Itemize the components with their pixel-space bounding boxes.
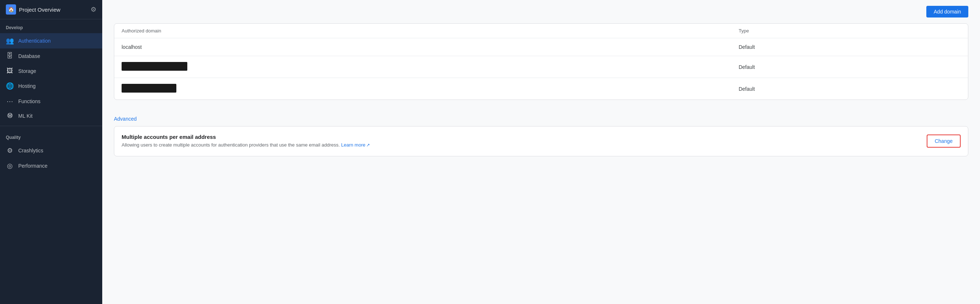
sidebar-divider bbox=[0, 126, 102, 126]
sidebar-item-label: Crashlytics bbox=[18, 147, 43, 154]
authentication-icon: 👥 bbox=[6, 37, 14, 45]
table-row: Default bbox=[114, 56, 968, 78]
change-button[interactable]: Change bbox=[927, 135, 961, 147]
advanced-card: Multiple accounts per email address Allo… bbox=[114, 126, 968, 157]
sidebar-item-label: Authentication bbox=[18, 38, 51, 44]
main-content: Add domain Authorized domain Type localh… bbox=[102, 0, 980, 304]
top-bar: Add domain bbox=[102, 0, 980, 23]
table-row: Default bbox=[114, 78, 968, 100]
gear-icon[interactable]: ⚙ bbox=[91, 5, 96, 13]
domain-value-redacted bbox=[114, 56, 731, 78]
column-header-type: Type bbox=[731, 24, 968, 38]
domain-value: localhost bbox=[114, 38, 731, 56]
sidebar-header: 🏠 Project Overview ⚙ bbox=[0, 0, 102, 19]
learn-more-label: Learn more bbox=[341, 141, 365, 149]
sidebar-item-hosting[interactable]: 🌐 Hosting bbox=[0, 78, 102, 94]
performance-icon: ◎ bbox=[6, 162, 14, 170]
type-value: Default bbox=[731, 56, 968, 78]
type-value: Default bbox=[731, 38, 968, 56]
crashlytics-icon: ⚙ bbox=[6, 147, 14, 155]
functions-icon: ⋯ bbox=[6, 97, 14, 105]
project-overview-title: Project Overview bbox=[19, 6, 88, 13]
develop-section-label: Develop bbox=[0, 19, 102, 33]
add-domain-button[interactable]: Add domain bbox=[926, 6, 968, 17]
mlkit-icon: Ⓜ bbox=[6, 112, 14, 119]
table-row: localhost Default bbox=[114, 38, 968, 56]
advanced-card-content: Multiple accounts per email address Allo… bbox=[122, 134, 920, 149]
advanced-card-title: Multiple accounts per email address bbox=[122, 134, 920, 140]
home-icon: 🏠 bbox=[6, 5, 16, 14]
authorized-domains-table: Authorized domain Type localhost Default… bbox=[114, 24, 968, 100]
sidebar-item-label: Database bbox=[18, 53, 40, 59]
learn-more-link[interactable]: Learn more ↗ bbox=[341, 141, 369, 149]
sidebar-item-performance[interactable]: ◎ Performance bbox=[0, 158, 102, 174]
sidebar-item-storage[interactable]: 🖼 Storage bbox=[0, 63, 102, 78]
authorized-domains-card: Authorized domain Type localhost Default… bbox=[114, 23, 968, 100]
sidebar: 🏠 Project Overview ⚙ Develop 👥 Authentic… bbox=[0, 0, 102, 304]
storage-icon: 🖼 bbox=[6, 67, 14, 75]
sidebar-item-functions[interactable]: ⋯ Functions bbox=[0, 94, 102, 109]
hosting-icon: 🌐 bbox=[6, 82, 14, 90]
advanced-section-label: Advanced bbox=[102, 109, 980, 126]
sidebar-item-label: Storage bbox=[18, 68, 36, 74]
sidebar-item-mlkit[interactable]: Ⓜ ML Kit bbox=[0, 109, 102, 123]
sidebar-item-label: Hosting bbox=[18, 83, 35, 89]
external-link-icon: ↗ bbox=[366, 142, 370, 148]
type-value: Default bbox=[731, 78, 968, 100]
redacted-domain-1 bbox=[122, 62, 187, 71]
sidebar-item-crashlytics[interactable]: ⚙ Crashlytics bbox=[0, 143, 102, 158]
database-icon: 🗄 bbox=[6, 52, 14, 60]
sidebar-item-label: ML Kit bbox=[18, 113, 32, 119]
advanced-card-description: Allowing users to create multiple accoun… bbox=[122, 141, 920, 149]
redacted-domain-2 bbox=[122, 84, 177, 93]
domain-value-redacted bbox=[114, 78, 731, 100]
quality-section-label: Quality bbox=[0, 129, 102, 143]
sidebar-item-label: Functions bbox=[18, 98, 41, 104]
sidebar-item-database[interactable]: 🗄 Database bbox=[0, 49, 102, 63]
description-text: Allowing users to create multiple accoun… bbox=[122, 142, 340, 147]
column-header-domain: Authorized domain bbox=[114, 24, 731, 38]
sidebar-item-authentication[interactable]: 👥 Authentication bbox=[0, 33, 102, 49]
sidebar-item-label: Performance bbox=[18, 163, 48, 169]
